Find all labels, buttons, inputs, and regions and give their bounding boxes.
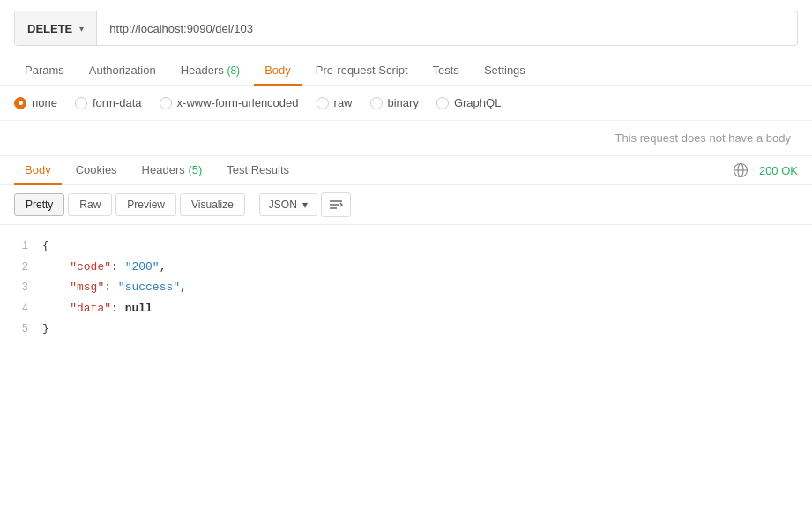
tab-authorization[interactable]: Authorization <box>78 56 167 86</box>
format-visualize-button[interactable]: Visualize <box>180 193 245 216</box>
radio-urlencoded[interactable]: x-www-form-urlencoded <box>160 96 299 109</box>
radio-dot-urlencoded <box>160 97 172 109</box>
tab-params[interactable]: Params <box>14 56 75 86</box>
wrap-button[interactable] <box>321 192 351 217</box>
wrap-icon <box>329 198 343 212</box>
tab-headers[interactable]: Headers (8) <box>170 56 250 86</box>
url-bar: DELETE ▾ <box>14 11 798 46</box>
radio-dot-graphql <box>436 97 449 109</box>
format-raw-button[interactable]: Raw <box>68 193 112 216</box>
resp-tab-cookies[interactable]: Cookies <box>65 156 128 185</box>
json-line-4: 4 "data": null <box>0 298 812 319</box>
radio-form-data[interactable]: form-data <box>75 96 142 109</box>
globe-icon <box>733 162 749 178</box>
json-response-body: 1 { 2 "code": "200", 3 "msg": "success",… <box>0 225 812 350</box>
resp-tab-body[interactable]: Body <box>14 156 62 185</box>
json-line-1: 1 { <box>0 236 812 257</box>
chevron-down-icon: ▾ <box>302 198 308 211</box>
method-label: DELETE <box>27 22 72 35</box>
radio-dot-raw <box>317 97 329 109</box>
response-meta: 200 OK <box>733 162 798 178</box>
tab-settings[interactable]: Settings <box>473 56 536 86</box>
json-line-3: 3 "msg": "success", <box>0 277 812 298</box>
method-selector[interactable]: DELETE ▾ <box>15 11 97 45</box>
request-tabs: Params Authorization Headers (8) Body Pr… <box>0 56 812 86</box>
format-pretty-button[interactable]: Pretty <box>14 193 64 216</box>
response-tabs: Body Cookies Headers (5) Test Results 20… <box>0 156 812 185</box>
radio-raw[interactable]: raw <box>317 96 353 109</box>
no-body-message: This request does not have a body <box>0 121 812 156</box>
tab-body[interactable]: Body <box>254 56 302 86</box>
radio-dot-form-data <box>75 97 87 109</box>
radio-binary[interactable]: binary <box>370 96 419 109</box>
json-line-2: 2 "code": "200", <box>0 257 812 278</box>
url-input[interactable] <box>97 22 797 35</box>
json-format-label: JSON <box>269 198 297 211</box>
tab-prerequest[interactable]: Pre-request Script <box>305 56 419 86</box>
json-line-5: 5 } <box>0 318 812 340</box>
radio-graphql[interactable]: GraphQL <box>436 96 501 109</box>
status-badge: 200 OK <box>759 164 798 177</box>
radio-dot-binary <box>370 97 383 109</box>
format-preview-button[interactable]: Preview <box>115 193 176 216</box>
radio-none[interactable]: none <box>14 96 57 109</box>
tab-tests[interactable]: Tests <box>422 56 470 86</box>
radio-dot-none <box>14 97 26 109</box>
json-format-select[interactable]: JSON ▾ <box>259 193 317 216</box>
format-toolbar: Pretty Raw Preview Visualize JSON ▾ <box>0 185 812 225</box>
resp-tab-test-results[interactable]: Test Results <box>216 156 300 185</box>
resp-tab-headers[interactable]: Headers (5) <box>131 156 213 185</box>
body-options: none form-data x-www-form-urlencoded raw… <box>0 86 812 121</box>
chevron-down-icon: ▾ <box>79 24 84 34</box>
